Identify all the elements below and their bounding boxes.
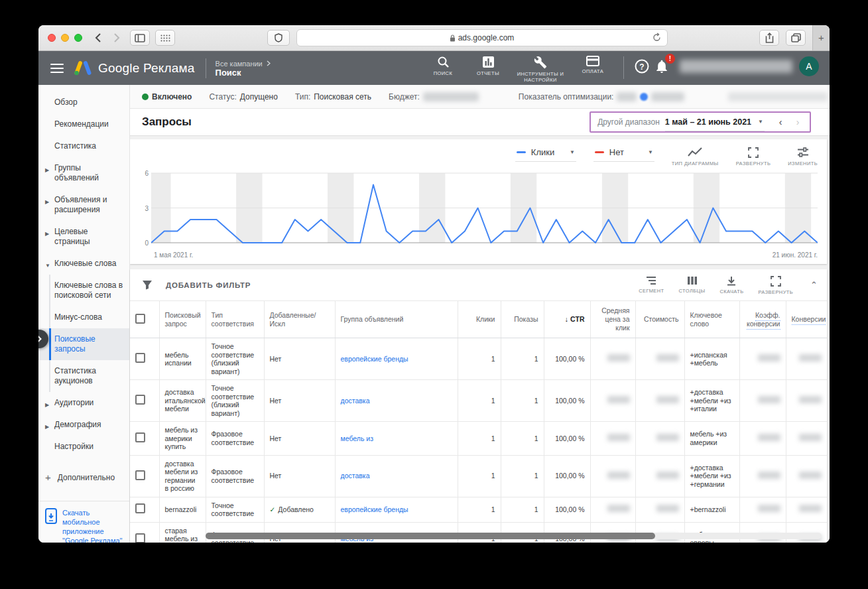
avatar[interactable]: A	[799, 56, 819, 76]
back-icon[interactable]	[94, 33, 101, 43]
segment-button[interactable]: СЕГМЕНТ	[639, 275, 664, 294]
horizontal-scrollbar[interactable]	[206, 533, 822, 539]
zoom-window-button[interactable]	[74, 34, 82, 42]
sidebar-item-поисковые-запросы[interactable]: Поисковые запросы	[38, 328, 129, 360]
new-tab-button[interactable]: +	[812, 25, 830, 50]
column-header-ctr[interactable]: ↓ CTR	[544, 301, 590, 338]
sidebar-toggle-button[interactable]	[130, 30, 150, 46]
table-row: доставка мебели из германии в россиюФраз…	[130, 455, 827, 497]
ad-group-link[interactable]: европейские бренды	[341, 505, 408, 513]
sidebar-item-обзор[interactable]: Обзор	[38, 92, 129, 113]
notifications-button[interactable]: !	[653, 58, 670, 75]
ad-group-link[interactable]: доставка	[341, 397, 370, 405]
sidebar-item-объявления-и-расширения[interactable]: ▶Объявления и расширения	[38, 189, 129, 221]
chart-expand-button[interactable]: РАЗВЕРНУТЬ	[736, 146, 771, 166]
next-range-button[interactable]: ›	[790, 114, 806, 130]
row-checkbox[interactable]	[135, 395, 145, 405]
scrollbar-thumb[interactable]	[206, 533, 655, 539]
sidebar-item-label: Обзор	[54, 98, 78, 107]
cost-cell-redacted	[635, 422, 684, 456]
share-button[interactable]	[759, 30, 779, 46]
redacted-value	[656, 354, 679, 361]
header-nav-reports[interactable]: ОТЧЕТЫ	[467, 54, 509, 76]
sidebar-item-статистика[interactable]: Статистика	[38, 135, 129, 157]
google-ads-logo[interactable]: Google Реклама	[74, 60, 195, 76]
sidebar-item-статистика-аукционов[interactable]: Статистика аукционов	[38, 360, 129, 392]
sidebar-item-рекомендации[interactable]: Рекомендации	[38, 113, 129, 135]
redacted-value	[758, 396, 780, 403]
columns-button[interactable]: СТОЛБЦЫ	[679, 275, 706, 294]
column-header-query[interactable]: Поисковый запрос	[159, 301, 206, 338]
header-nav-search[interactable]: ПОИСК	[422, 54, 464, 76]
breadcrumb-all-campaigns[interactable]: Все кампании	[216, 59, 263, 68]
sidebar-item-группы-объявлений[interactable]: ▶Группы объявлений	[38, 157, 129, 189]
clicks-line-chart[interactable]	[151, 171, 818, 249]
sidebar-item-целевые-страницы[interactable]: ▶Целевые страницы	[38, 221, 129, 253]
date-range-picker[interactable]: Другой диапазон 1 май – 21 июнь 2021 ▼ ‹…	[589, 111, 811, 133]
table-expand-button[interactable]: РАЗВЕРНУТЬ	[758, 275, 793, 295]
ad-group-cell: европейские бренды	[335, 338, 458, 380]
column-header-match[interactable]: Тип соответствия	[206, 301, 264, 338]
column-header-impressions[interactable]: Показы	[501, 301, 544, 338]
campaign-enabled[interactable]: Включено	[152, 92, 192, 101]
ad-group-link[interactable]: европейские бренды	[341, 355, 408, 363]
sidebar-item-more[interactable]: + Дополнительно	[38, 466, 129, 489]
row-checkbox[interactable]	[135, 470, 145, 480]
sidebar-item-настройки[interactable]: Настройки	[38, 436, 129, 458]
sidebar-item-демография[interactable]: ▶Демография	[38, 414, 129, 436]
help-button[interactable]: ?	[633, 58, 651, 75]
row-checkbox[interactable]	[135, 533, 145, 543]
column-header-cost[interactable]: Стоимость	[635, 301, 684, 338]
chart-type-button[interactable]: ТИП ДИАГРАММЫ	[672, 146, 719, 166]
chart-type-label: ТИП ДИАГРАММЫ	[672, 161, 719, 166]
breadcrumb-current[interactable]: Поиск	[216, 68, 271, 78]
filter-icon	[142, 280, 153, 290]
sidebar-item-минус-слова[interactable]: Минус-слова	[38, 306, 129, 328]
checkbox-cell	[130, 338, 159, 380]
sidebar-item-ключевые-слова[interactable]: ▼Ключевые слова	[38, 253, 129, 275]
sidebar-item-аудитории[interactable]: ▶Аудитории	[38, 392, 129, 414]
add-filter-button[interactable]: ДОБАВИТЬ ФИЛЬТР	[142, 280, 251, 290]
privacy-shield-button[interactable]	[267, 30, 290, 46]
header-nav-tools[interactable]: ИНСТРУМЕНТЫ И НАСТРОЙКИ	[512, 54, 569, 83]
tab-overview-grid-button[interactable]	[155, 30, 175, 46]
column-header-clicks[interactable]: Клики	[458, 301, 501, 338]
table-row: мебель испанииТочное соответствие (близк…	[130, 338, 827, 380]
column-header-checkbox[interactable]	[130, 301, 159, 338]
optimization-value-redacted	[651, 92, 684, 101]
forward-icon[interactable]	[113, 33, 121, 43]
row-checkbox[interactable]	[135, 353, 145, 363]
browser-window: ads.google.com +	[38, 25, 830, 543]
ad-group-link[interactable]: мебель из	[341, 434, 374, 442]
row-checkbox[interactable]	[135, 503, 145, 513]
download-button[interactable]: СКАЧАТЬ	[720, 275, 744, 294]
row-checkbox[interactable]	[135, 432, 145, 442]
column-header-conv_rate[interactable]: Коэфф. конверсии	[739, 301, 786, 338]
header-nav-billing[interactable]: ОПЛАТА	[572, 54, 614, 74]
address-bar[interactable]: ads.google.com	[296, 29, 668, 46]
sidebar-item-ключевые-слова-в-поисковой-сети[interactable]: Ключевые слова в поисковой сети	[38, 275, 129, 306]
minimize-window-button[interactable]	[61, 34, 69, 42]
metric-selector-secondary[interactable]: Нет ▼	[593, 146, 654, 162]
chart-edit-button[interactable]: ИЗМЕНИТЬ	[788, 146, 818, 166]
close-window-button[interactable]	[48, 34, 56, 42]
redacted-value	[799, 434, 822, 441]
date-range-value[interactable]: 1 май – 21 июнь 2021 ▼	[665, 113, 765, 131]
metric-selector-primary[interactable]: Клики ▼	[515, 146, 576, 162]
column-header-added[interactable]: Добавленные/Искл	[264, 301, 335, 338]
clicks-cell: 1	[458, 497, 501, 522]
cpc-cell-redacted	[590, 497, 635, 522]
select-all-checkbox[interactable]	[135, 314, 145, 324]
collapse-chart-button[interactable]: ⌃	[810, 280, 818, 290]
reload-icon[interactable]	[652, 33, 662, 42]
column-header-cpc[interactable]: Средняя цена за клик	[590, 301, 635, 338]
mobile-app-promo[interactable]: Скачать мобильное приложение "Google Рек…	[38, 501, 129, 543]
tabs-button[interactable]	[786, 30, 806, 46]
column-header-group[interactable]: Группа объявлений	[335, 301, 458, 338]
column-header-conversions[interactable]: Конверсии	[786, 301, 827, 338]
column-header-keyword[interactable]: Ключевое слово	[684, 301, 739, 338]
ad-group-link[interactable]: доставка	[341, 472, 370, 480]
previous-range-button[interactable]: ‹	[773, 114, 788, 130]
menu-icon[interactable]	[50, 64, 64, 73]
cpc-cell-redacted	[590, 455, 635, 497]
